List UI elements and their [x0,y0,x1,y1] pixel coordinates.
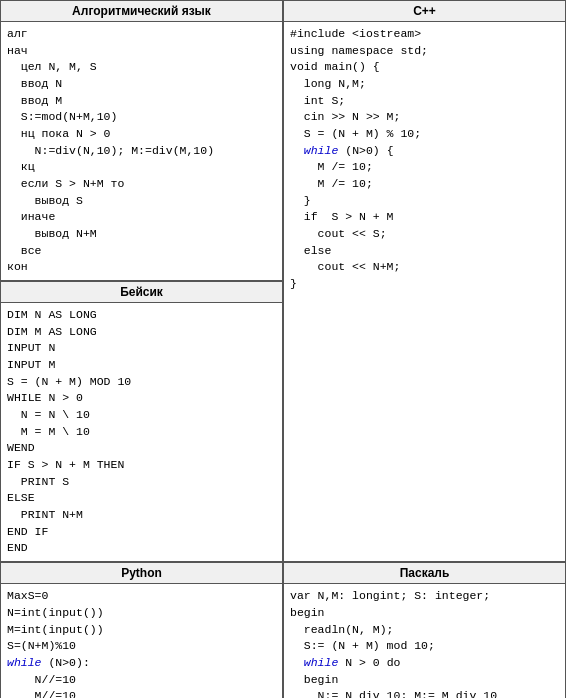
cell-cpp: C++ #include <iostream> using namespace … [283,0,566,562]
cpp-while-keyword: while [304,144,339,157]
cell-basic: Бейсик DIM N AS LONG DIM M AS LONG INPUT… [0,281,283,562]
content-algorithmic: алг нач цел N, M, S ввод N ввод M S:=mod… [1,22,282,280]
header-basic: Бейсик [1,282,282,303]
python-while-keyword: while [7,656,42,669]
header-cpp: C++ [284,1,565,22]
content-python: MaxS=0 N=int(input()) M=int(input()) S=(… [1,584,282,698]
cell-python: Python MaxS=0 N=int(input()) M=int(input… [0,562,283,698]
content-cpp: #include <iostream> using namespace std;… [284,22,565,297]
header-python: Python [1,563,282,584]
pascal-while-keyword: while [304,656,339,669]
main-grid: Алгоритмический язык алг нач цел N, M, S… [0,0,566,698]
cell-pascal: Паскаль var N,M: longint; S: integer; be… [283,562,566,698]
content-pascal: var N,M: longint; S: integer; begin read… [284,584,565,698]
header-pascal: Паскаль [284,563,565,584]
cell-algorithmic: Алгоритмический язык алг нач цел N, M, S… [0,0,283,281]
header-algorithmic: Алгоритмический язык [1,1,282,22]
content-basic: DIM N AS LONG DIM M AS LONG INPUT N INPU… [1,303,282,561]
